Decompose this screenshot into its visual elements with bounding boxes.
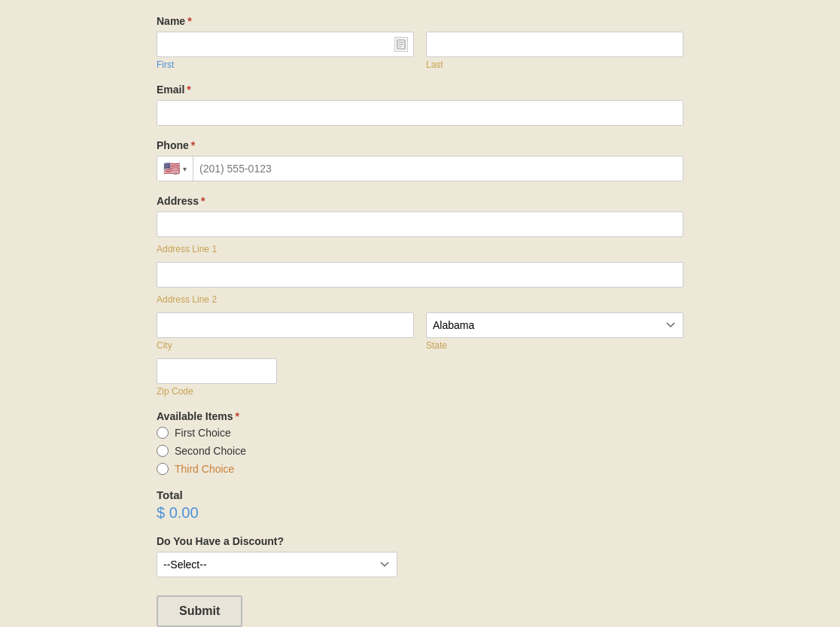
zip-field: Zip Code [157, 358, 683, 397]
radio-first-label: First Choice [175, 427, 231, 439]
name-icon[interactable] [394, 37, 408, 52]
discount-select-wrapper: --Select-- Yes No [157, 552, 397, 577]
total-label: Total [157, 489, 683, 501]
submit-button[interactable]: Submit [157, 595, 242, 627]
radio-item-third[interactable]: Third Choice [157, 463, 683, 475]
available-items-label: Available Items* [157, 410, 683, 422]
discount-select[interactable]: --Select-- Yes No [157, 552, 397, 577]
radio-item-second[interactable]: Second Choice [157, 445, 683, 457]
us-flag-icon: 🇺🇸 [163, 162, 180, 175]
zip-sublabel: Zip Code [157, 386, 683, 397]
email-required-star: * [187, 84, 190, 96]
total-section: Total $ 0.00 [157, 489, 683, 522]
email-input[interactable] [157, 100, 683, 126]
city-state-row: City Alabama Alaska Arizona Arkansas Cal… [157, 312, 683, 351]
phone-label: Phone* [157, 139, 683, 151]
radio-third[interactable] [157, 463, 169, 475]
address-line2-input[interactable] [157, 262, 683, 288]
discount-section: Do You Have a Discount? --Select-- Yes N… [157, 535, 683, 577]
city-field: City [157, 312, 414, 351]
name-label: Name* [157, 15, 683, 27]
first-name-sublabel: First [157, 59, 414, 70]
radio-second[interactable] [157, 445, 169, 457]
phone-input[interactable] [193, 157, 683, 181]
radio-second-label: Second Choice [175, 445, 246, 457]
email-group: Email* [157, 84, 683, 126]
state-select[interactable]: Alabama Alaska Arizona Arkansas Californ… [426, 312, 683, 338]
phone-flag-selector[interactable]: 🇺🇸 ▾ [157, 157, 193, 181]
email-label: Email* [157, 84, 683, 96]
first-name-input[interactable] [157, 32, 414, 57]
address-line1-sublabel: Address Line 1 [157, 244, 683, 254]
zip-input[interactable] [157, 358, 277, 384]
name-group: Name* First [157, 15, 683, 70]
address-label: Address* [157, 195, 683, 207]
available-items-required-star: * [235, 410, 239, 422]
first-name-input-wrapper [157, 32, 414, 57]
last-name-field: Last [426, 32, 683, 70]
address-group: Address* Address Line 1 Address Line 2 C… [157, 195, 683, 397]
last-name-sublabel: Last [426, 59, 683, 70]
state-field: Alabama Alaska Arizona Arkansas Californ… [426, 312, 683, 351]
city-sublabel: City [157, 340, 414, 351]
state-sublabel: State [426, 340, 683, 351]
address-line1-input[interactable] [157, 212, 683, 237]
zip-input-wrapper [157, 358, 277, 384]
radio-item-first[interactable]: First Choice [157, 427, 683, 439]
radio-first[interactable] [157, 427, 169, 439]
radio-third-label: Third Choice [175, 463, 234, 475]
phone-dropdown-arrow: ▾ [183, 165, 187, 173]
name-required-star: * [187, 15, 191, 27]
name-row: First Last [157, 32, 683, 70]
address-required-star: * [201, 195, 205, 207]
phone-input-wrapper: 🇺🇸 ▾ [157, 156, 683, 181]
radio-group: First Choice Second Choice Third Choice [157, 427, 683, 475]
address-line2-sublabel: Address Line 2 [157, 294, 683, 305]
phone-group: Phone* 🇺🇸 ▾ [157, 139, 683, 181]
available-items-group: Available Items* First Choice Second Cho… [157, 410, 683, 475]
last-name-input[interactable] [426, 32, 683, 57]
phone-required-star: * [191, 139, 195, 151]
city-input[interactable] [157, 312, 414, 338]
discount-label: Do You Have a Discount? [157, 535, 683, 547]
total-value: $ 0.00 [157, 504, 683, 522]
first-name-field: First [157, 32, 414, 70]
